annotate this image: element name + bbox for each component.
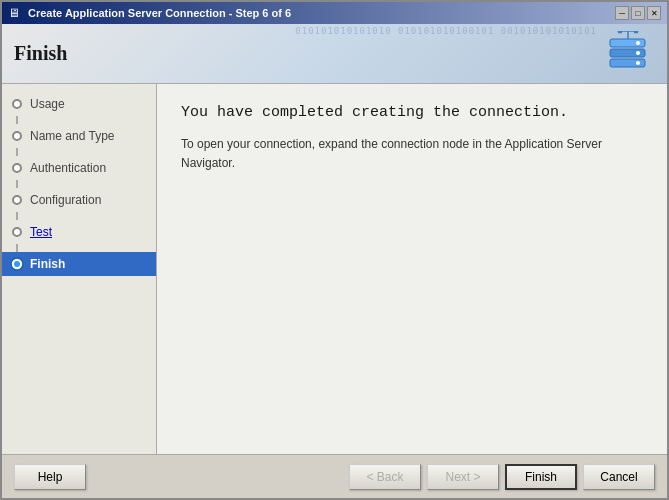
sidebar-label-finish: Finish bbox=[30, 257, 65, 271]
svg-point-5 bbox=[636, 61, 640, 65]
wizard-header: Finish 010101010101010 010101010100101 0… bbox=[2, 24, 667, 84]
connector-2 bbox=[16, 148, 18, 156]
close-button[interactable]: ✕ bbox=[647, 6, 661, 20]
sidebar-label-authentication: Authentication bbox=[30, 161, 106, 175]
finish-icon bbox=[10, 257, 24, 271]
configuration-icon bbox=[10, 193, 24, 207]
sidebar-item-name-and-type: Name and Type bbox=[2, 124, 156, 148]
svg-point-10 bbox=[634, 31, 639, 34]
sidebar-item-usage: Usage bbox=[2, 92, 156, 116]
svg-point-12 bbox=[14, 261, 20, 267]
wizard-content: You have completed creating the connecti… bbox=[157, 84, 667, 454]
content-heading: You have completed creating the connecti… bbox=[181, 104, 643, 121]
sidebar-label-test: Test bbox=[30, 225, 52, 239]
svg-point-9 bbox=[618, 31, 623, 34]
back-button[interactable]: < Back bbox=[349, 464, 421, 490]
titlebar-title: Create Application Server Connection - S… bbox=[28, 7, 291, 19]
maximize-button[interactable]: □ bbox=[631, 6, 645, 20]
next-button[interactable]: Next > bbox=[427, 464, 499, 490]
name-type-icon bbox=[10, 129, 24, 143]
sidebar-item-test[interactable]: Test bbox=[2, 220, 156, 244]
titlebar-left: 🖥 Create Application Server Connection -… bbox=[8, 6, 291, 20]
sidebar-label-usage: Usage bbox=[30, 97, 65, 111]
sidebar-item-authentication: Authentication bbox=[2, 156, 156, 180]
header-bg-decoration: 010101010101010 010101010100101 00101010… bbox=[295, 26, 597, 38]
help-button[interactable]: Help bbox=[14, 464, 86, 490]
svg-point-3 bbox=[636, 41, 640, 45]
sidebar-item-finish: Finish bbox=[2, 252, 156, 276]
wizard-sidebar: Usage Name and Type Authentication Confi… bbox=[2, 84, 157, 454]
header-icon bbox=[595, 29, 655, 79]
sidebar-label-configuration: Configuration bbox=[30, 193, 101, 207]
finish-button[interactable]: Finish bbox=[505, 464, 577, 490]
connector-3 bbox=[16, 180, 18, 188]
main-area: Usage Name and Type Authentication Confi… bbox=[2, 84, 667, 454]
footer-left: Help bbox=[14, 464, 86, 490]
sidebar-label-name-and-type: Name and Type bbox=[30, 129, 115, 143]
connector-5 bbox=[16, 244, 18, 252]
window-controls: ─ □ ✕ bbox=[615, 6, 661, 20]
cancel-button[interactable]: Cancel bbox=[583, 464, 655, 490]
minimize-button[interactable]: ─ bbox=[615, 6, 629, 20]
content-body: To open your connection, expand the conn… bbox=[181, 135, 643, 173]
usage-icon bbox=[10, 97, 24, 111]
wizard-step-title: Finish bbox=[14, 42, 67, 65]
connector-4 bbox=[16, 212, 18, 220]
svg-point-4 bbox=[636, 51, 640, 55]
wizard-footer: Help < Back Next > Finish Cancel bbox=[2, 454, 667, 498]
app-icon: 🖥 bbox=[8, 6, 22, 20]
footer-right: < Back Next > Finish Cancel bbox=[349, 464, 655, 490]
connector-1 bbox=[16, 116, 18, 124]
sidebar-item-configuration: Configuration bbox=[2, 188, 156, 212]
titlebar: 🖥 Create Application Server Connection -… bbox=[2, 2, 667, 24]
test-icon bbox=[10, 225, 24, 239]
authentication-icon bbox=[10, 161, 24, 175]
